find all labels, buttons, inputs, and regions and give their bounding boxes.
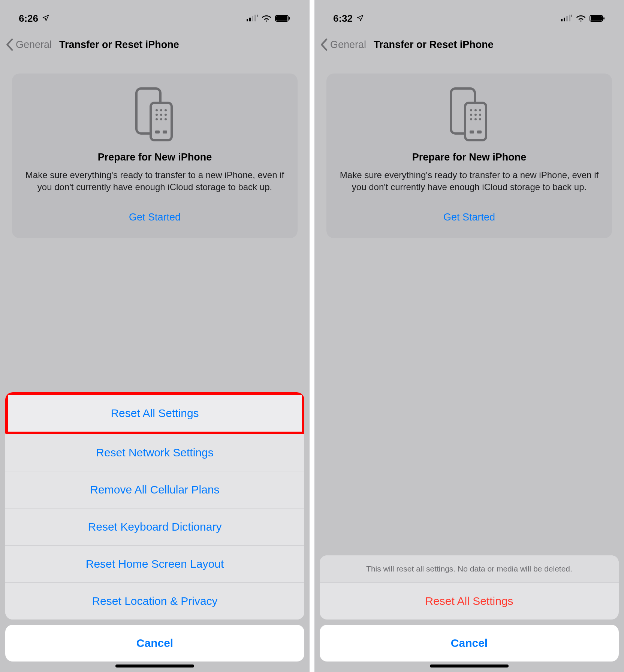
location-icon — [356, 13, 364, 24]
svg-rect-6 — [276, 16, 287, 21]
back-chevron-icon[interactable] — [320, 38, 328, 51]
svg-rect-41 — [477, 130, 482, 134]
svg-point-12 — [165, 109, 167, 111]
svg-rect-40 — [470, 130, 474, 134]
prepare-card: Prepare for New iPhone Make sure everyth… — [12, 74, 298, 238]
svg-rect-9 — [151, 103, 172, 140]
svg-rect-24 — [569, 15, 570, 21]
screenshot-divider — [310, 0, 314, 672]
svg-point-14 — [160, 114, 162, 116]
nav-bar: General Transfer or Reset iPhone — [314, 28, 624, 61]
screenshot-right: 6:32 ! — [314, 0, 624, 672]
svg-point-18 — [165, 118, 167, 120]
back-chevron-icon[interactable] — [5, 38, 13, 51]
reset-home-screen-layout-option[interactable]: Reset Home Screen Layout — [5, 546, 304, 583]
nav-bar: General Transfer or Reset iPhone — [0, 28, 310, 61]
reset-all-settings-option[interactable]: Reset All Settings — [5, 392, 304, 434]
svg-point-10 — [156, 109, 158, 111]
wifi-icon — [262, 15, 271, 22]
status-time: 6:32 — [333, 13, 353, 24]
svg-point-17 — [160, 118, 162, 120]
battery-icon — [590, 15, 605, 22]
card-title: Prepare for New iPhone — [337, 152, 602, 163]
svg-rect-0 — [247, 19, 248, 21]
svg-rect-21 — [561, 19, 563, 21]
prepare-card: Prepare for New iPhone Make sure everyth… — [326, 74, 612, 238]
svg-rect-27 — [591, 16, 602, 21]
confirm-reset-all-settings-button[interactable]: Reset All Settings — [320, 583, 619, 620]
svg-rect-7 — [289, 17, 290, 20]
svg-rect-19 — [155, 130, 160, 134]
svg-point-32 — [474, 109, 477, 111]
cancel-button[interactable]: Cancel — [320, 625, 619, 662]
svg-rect-23 — [566, 16, 568, 21]
reset-options-sheet: Reset All Settings Reset Network Setting… — [5, 392, 304, 672]
get-started-button[interactable]: Get Started — [129, 212, 181, 223]
reset-keyboard-dictionary-option[interactable]: Reset Keyboard Dictionary — [5, 508, 304, 546]
svg-point-36 — [479, 114, 481, 116]
svg-rect-20 — [163, 130, 167, 134]
svg-point-15 — [165, 114, 167, 116]
reset-network-settings-option[interactable]: Reset Network Settings — [5, 434, 304, 471]
svg-point-11 — [160, 109, 162, 111]
remove-all-cellular-plans-option[interactable]: Remove All Cellular Plans — [5, 471, 304, 508]
back-label[interactable]: General — [16, 39, 52, 51]
page-title: Transfer or Reset iPhone — [374, 39, 494, 51]
reset-location-privacy-option[interactable]: Reset Location & Privacy — [5, 583, 304, 620]
cell-signal-icon: ! — [247, 15, 258, 22]
svg-rect-28 — [603, 17, 605, 20]
transfer-devices-icon — [337, 86, 602, 143]
svg-rect-2 — [252, 16, 253, 21]
page-title: Transfer or Reset iPhone — [59, 39, 179, 51]
svg-point-13 — [156, 114, 158, 116]
confirm-message: This will reset all settings. No data or… — [320, 555, 619, 583]
card-body: Make sure everything's ready to transfer… — [22, 169, 287, 194]
location-icon — [42, 13, 49, 24]
svg-point-31 — [470, 109, 472, 111]
battery-icon — [275, 15, 291, 22]
svg-rect-3 — [254, 15, 256, 21]
svg-text:!: ! — [571, 15, 572, 18]
svg-rect-30 — [465, 103, 486, 140]
cell-signal-icon: ! — [561, 15, 572, 22]
svg-point-33 — [479, 109, 481, 111]
transfer-devices-icon — [22, 86, 287, 143]
svg-rect-22 — [564, 18, 565, 21]
status-time: 6:26 — [19, 13, 38, 24]
status-bar: 6:32 ! — [314, 0, 624, 28]
home-indicator[interactable] — [115, 664, 194, 668]
svg-rect-1 — [249, 18, 251, 21]
svg-point-38 — [474, 118, 477, 120]
svg-text:!: ! — [257, 15, 258, 18]
svg-point-34 — [470, 114, 472, 116]
get-started-button[interactable]: Get Started — [443, 212, 495, 223]
svg-point-39 — [479, 118, 481, 120]
svg-point-16 — [156, 118, 158, 120]
card-body: Make sure everything's ready to transfer… — [337, 169, 602, 194]
confirm-reset-sheet: This will reset all settings. No data or… — [320, 555, 619, 672]
svg-point-37 — [470, 118, 472, 120]
cancel-button[interactable]: Cancel — [5, 625, 304, 662]
card-title: Prepare for New iPhone — [22, 152, 287, 163]
wifi-icon — [576, 15, 586, 22]
back-label[interactable]: General — [330, 39, 366, 51]
status-bar: 6:26 ! — [0, 0, 310, 28]
svg-point-35 — [474, 114, 477, 116]
home-indicator[interactable] — [430, 664, 509, 668]
screenshot-left: 6:26 ! — [0, 0, 310, 672]
